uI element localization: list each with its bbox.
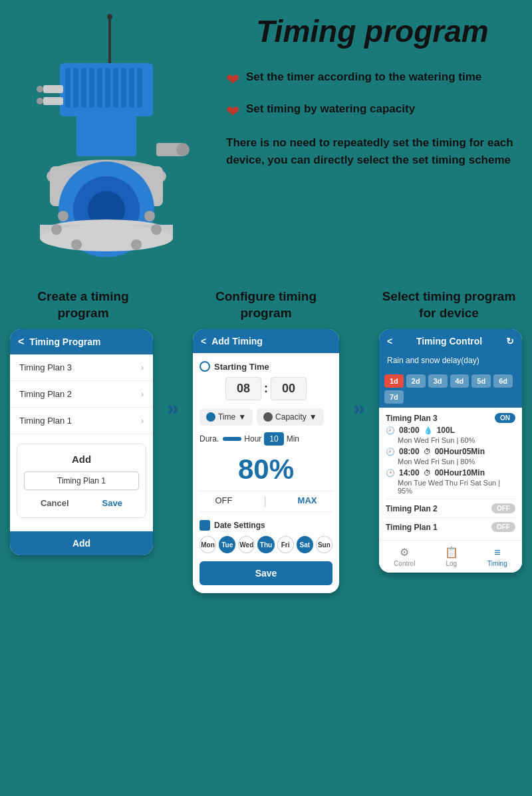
delay-2d[interactable]: 2d [406, 374, 426, 388]
phone-1: < Timing Program Timing Plan 3 › Timing … [10, 329, 153, 555]
divider-2 [386, 517, 515, 518]
svg-rect-13 [43, 85, 63, 93]
schedule-days-3: Mon Tue Wed Thu Fri Sat Sun | 95% [386, 479, 515, 495]
day-sun[interactable]: Sun [316, 536, 332, 553]
schedule-capacity-2: 00Hour05Min [435, 447, 485, 456]
day-fri[interactable]: Fri [277, 536, 294, 553]
svg-rect-5 [81, 68, 86, 108]
svg-rect-14 [43, 97, 63, 105]
day-mon[interactable]: Mon [200, 536, 216, 553]
plan1-toggle[interactable]: OFF [491, 522, 515, 532]
mode-capacity-btn[interactable]: Capacity ▼ [257, 408, 324, 426]
svg-rect-9 [113, 68, 118, 108]
divider-1 [386, 499, 515, 499]
percent-display: 80% [200, 454, 332, 485]
svg-rect-10 [121, 68, 126, 108]
delay-3d[interactable]: 3d [428, 374, 448, 388]
back-arrow-1[interactable]: < [18, 336, 24, 348]
clock-icon-3: 🕑 [386, 469, 395, 477]
phone3-body: Timing Plan 3 ON 🕗 08:00 💧 100L Mon Wed … [379, 408, 522, 540]
mode-time-btn[interactable]: Time ▼ [200, 408, 253, 426]
save-button[interactable]: Save [102, 498, 122, 508]
dropdown-arrow-2: ▼ [309, 412, 317, 422]
delay-5d[interactable]: 5d [471, 374, 491, 388]
minute-box[interactable]: 00 [271, 377, 307, 400]
svg-point-30 [58, 211, 68, 221]
chevron-icon: › [141, 390, 144, 399]
refresh-icon[interactable]: ↻ [506, 336, 514, 346]
phone3-title: Timing Control [416, 336, 482, 346]
delay-6d[interactable]: 6d [493, 374, 513, 388]
arrow-2: » [353, 329, 365, 420]
day-sat[interactable]: Sat [297, 536, 313, 553]
description-text: There is no need to repeatedly set the t… [226, 134, 519, 168]
phone1-body: Timing Plan 3 › Timing Plan 2 › Timing P… [10, 354, 153, 518]
back-arrow-3[interactable]: < [387, 336, 392, 346]
top-section: Timing program ❤ Set the timer according… [0, 0, 532, 282]
page-title: Timing program [226, 13, 519, 49]
delay-4d[interactable]: 4d [450, 374, 469, 388]
plan2-toggle[interactable]: OFF [491, 503, 515, 513]
svg-rect-4 [73, 68, 78, 108]
day-wed[interactable]: Wed [238, 536, 255, 553]
footer-control[interactable]: ⚙ Control [394, 546, 415, 567]
svg-point-33 [176, 143, 190, 156]
phone2-save-button[interactable]: Save [200, 561, 332, 585]
off-max-row: OFF | MAX [200, 491, 332, 512]
timing-label: Timing [487, 560, 507, 567]
cancel-button[interactable]: Cancel [41, 498, 69, 508]
starting-time-label: Starting Time [200, 361, 332, 372]
footer-timing[interactable]: ≡ Timing [487, 547, 507, 567]
svg-rect-17 [76, 116, 136, 156]
plan-item-3[interactable]: Timing Plan 3 › [10, 354, 153, 381]
divider-pipe: | [263, 495, 266, 507]
delay-7d[interactable]: 7d [384, 390, 404, 404]
feature-text-2: Set timing by watering capacity [246, 101, 415, 117]
plan1-toggle-row: Timing Plan 1 OFF [386, 522, 515, 532]
svg-point-16 [37, 98, 43, 104]
time-icon [206, 412, 215, 422]
schedule-time-1: 08:00 [399, 426, 420, 435]
schedule-2: 🕗 08:00 ⏱ 00Hour05Min [386, 447, 515, 456]
schedule-capacity-3: 00Hour10Min [435, 468, 485, 477]
heart-icon-1: ❤ [226, 70, 239, 89]
capacity-icon [263, 412, 273, 422]
plan-item-1[interactable]: Timing Plan 1 › [10, 408, 153, 434]
plan-name-input[interactable]: Timing Plan 1 [24, 471, 139, 490]
svg-rect-3 [65, 68, 70, 108]
double-arrow-icon-2: » [353, 396, 365, 420]
phone1-header: < Timing Program [10, 329, 153, 354]
back-arrow-2[interactable]: < [201, 336, 206, 346]
schedule-time-3: 14:00 [399, 468, 420, 477]
dropdown-arrow: ▼ [238, 412, 246, 422]
device-image [7, 13, 219, 269]
dura-box[interactable] [223, 437, 241, 441]
arrow-1: » [167, 329, 179, 420]
plan3-name: Timing Plan 3 [386, 414, 438, 423]
max-button[interactable]: MAX [298, 495, 317, 507]
timer-icon-3: ⏱ [424, 469, 431, 477]
phone1-title: Timing Program [29, 336, 100, 347]
control-icon: ⚙ [400, 546, 409, 559]
day-tue[interactable]: Tue [219, 536, 235, 553]
plan-item-2[interactable]: Timing Plan 2 › [10, 381, 153, 408]
schedule-3: 🕑 14:00 ⏱ 00Hour10Min [386, 468, 515, 477]
phone3-header: < Timing Control ↻ [379, 329, 522, 353]
step-label-1: Create a timing program [13, 289, 153, 321]
schedule-days-2: Mon Wed Fri Sun | 80% [386, 458, 515, 465]
day-thu[interactable]: Thu [257, 536, 274, 553]
hour-box[interactable]: 08 [225, 377, 261, 400]
plan3-toggle-row: Timing Plan 3 ON [386, 413, 515, 423]
min-label: Min [287, 434, 299, 444]
control-label: Control [394, 560, 415, 567]
off-button[interactable]: OFF [215, 495, 232, 507]
step-label-2: Configure timing program [196, 289, 336, 321]
delay-1d[interactable]: 1d [384, 374, 404, 388]
phone2-title: Add Timing [211, 336, 263, 346]
days-row: Mon Tue Wed Thu Fri Sat Sun [200, 536, 332, 553]
phone1-footer-add[interactable]: Add [10, 531, 153, 555]
min-box[interactable]: 10 [264, 432, 283, 446]
phone-2: < Add Timing Starting Time 08 : 00 Time [193, 329, 339, 593]
footer-log[interactable]: 📋 Log [445, 546, 458, 567]
plan3-toggle[interactable]: ON [495, 413, 515, 423]
